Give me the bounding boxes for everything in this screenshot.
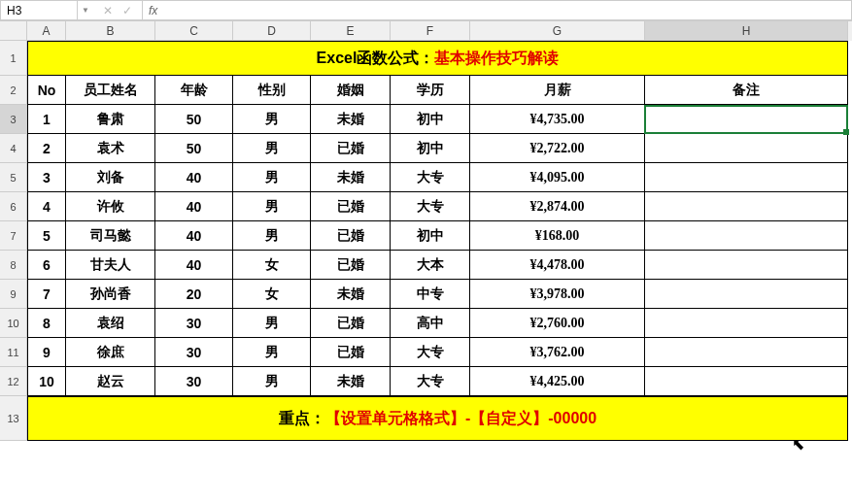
td-no[interactable]: 3	[27, 163, 66, 192]
th-edu[interactable]: 学历	[391, 76, 470, 105]
row-header-8[interactable]: 8	[0, 251, 27, 280]
td-no[interactable]: 10	[27, 367, 66, 396]
td-note[interactable]	[645, 338, 848, 367]
name-box[interactable]: H3	[0, 0, 78, 20]
td-gender[interactable]: 女	[233, 251, 311, 280]
td-note[interactable]	[645, 105, 848, 134]
td-edu[interactable]: 中专	[391, 280, 470, 309]
td-salary[interactable]: ¥2,722.00	[470, 134, 645, 163]
td-gender[interactable]: 男	[233, 309, 311, 338]
row-header-13[interactable]: 13	[0, 396, 27, 441]
td-edu[interactable]: 大专	[391, 367, 470, 396]
td-salary[interactable]: ¥3,762.00	[470, 338, 645, 367]
td-no[interactable]: 6	[27, 251, 66, 280]
select-all-corner[interactable]	[0, 21, 27, 41]
td-name[interactable]: 刘备	[66, 163, 155, 192]
td-edu[interactable]: 初中	[391, 221, 470, 251]
td-gender[interactable]: 男	[233, 367, 311, 396]
td-name[interactable]: 鲁肃	[66, 105, 155, 134]
td-gender[interactable]: 男	[233, 105, 311, 134]
td-note[interactable]	[645, 309, 848, 338]
td-age[interactable]: 30	[155, 367, 233, 396]
td-edu[interactable]: 初中	[391, 134, 470, 163]
td-marriage[interactable]: 已婚	[311, 338, 391, 367]
col-header-H[interactable]: H	[645, 21, 848, 41]
col-header-G[interactable]: G	[470, 21, 645, 41]
td-marriage[interactable]: 已婚	[311, 192, 391, 221]
td-gender[interactable]: 男	[233, 163, 311, 192]
row-header-12[interactable]: 12	[0, 367, 27, 396]
td-marriage[interactable]: 未婚	[311, 163, 391, 192]
td-marriage[interactable]: 未婚	[311, 367, 391, 396]
th-no[interactable]: No	[27, 76, 66, 105]
col-header-C[interactable]: C	[155, 21, 233, 41]
td-gender[interactable]: 男	[233, 338, 311, 367]
th-salary[interactable]: 月薪	[470, 76, 645, 105]
td-edu[interactable]: 大专	[391, 163, 470, 192]
td-name[interactable]: 徐庶	[66, 338, 155, 367]
td-name[interactable]: 甘夫人	[66, 251, 155, 280]
td-salary[interactable]: ¥4,735.00	[470, 105, 645, 134]
col-header-A[interactable]: A	[27, 21, 66, 41]
td-gender[interactable]: 男	[233, 221, 311, 251]
td-gender[interactable]: 女	[233, 280, 311, 309]
td-salary[interactable]: ¥2,760.00	[470, 309, 645, 338]
td-note[interactable]	[645, 251, 848, 280]
col-header-F[interactable]: F	[391, 21, 470, 41]
td-name[interactable]: 袁绍	[66, 309, 155, 338]
td-name[interactable]: 许攸	[66, 192, 155, 221]
fx-label[interactable]: fx	[143, 0, 163, 20]
formula-input[interactable]	[163, 0, 852, 20]
td-no[interactable]: 5	[27, 221, 66, 251]
col-header-E[interactable]: E	[311, 21, 391, 41]
col-header-D[interactable]: D	[233, 21, 311, 41]
row-header-11[interactable]: 11	[0, 338, 27, 367]
td-marriage[interactable]: 已婚	[311, 134, 391, 163]
title-banner[interactable]: Excel函数公式： 基本操作技巧解读	[27, 41, 848, 76]
th-note[interactable]: 备注	[645, 76, 848, 105]
td-marriage[interactable]: 已婚	[311, 309, 391, 338]
td-age[interactable]: 30	[155, 338, 233, 367]
td-age[interactable]: 40	[155, 163, 233, 192]
td-age[interactable]: 30	[155, 309, 233, 338]
td-gender[interactable]: 男	[233, 192, 311, 221]
td-gender[interactable]: 男	[233, 134, 311, 163]
td-no[interactable]: 7	[27, 280, 66, 309]
td-salary[interactable]: ¥168.00	[470, 221, 645, 251]
td-marriage[interactable]: 已婚	[311, 221, 391, 251]
row-header-6[interactable]: 6	[0, 192, 27, 221]
row-header-7[interactable]: 7	[0, 221, 27, 251]
td-salary[interactable]: ¥2,874.00	[470, 192, 645, 221]
td-age[interactable]: 40	[155, 192, 233, 221]
row-header-10[interactable]: 10	[0, 309, 27, 338]
th-gender[interactable]: 性别	[233, 76, 311, 105]
td-note[interactable]	[645, 280, 848, 309]
td-marriage[interactable]: 未婚	[311, 105, 391, 134]
col-header-B[interactable]: B	[66, 21, 155, 41]
td-no[interactable]: 8	[27, 309, 66, 338]
row-header-3[interactable]: 3	[0, 105, 27, 134]
td-marriage[interactable]: 已婚	[311, 251, 391, 280]
th-name[interactable]: 员工姓名	[66, 76, 155, 105]
th-age[interactable]: 年龄	[155, 76, 233, 105]
td-name[interactable]: 袁术	[66, 134, 155, 163]
td-note[interactable]	[645, 163, 848, 192]
td-no[interactable]: 4	[27, 192, 66, 221]
td-note[interactable]	[645, 221, 848, 251]
row-header-1[interactable]: 1	[0, 41, 27, 76]
td-no[interactable]: 1	[27, 105, 66, 134]
row-header-4[interactable]: 4	[0, 134, 27, 163]
td-salary[interactable]: ¥4,095.00	[470, 163, 645, 192]
td-note[interactable]	[645, 192, 848, 221]
name-box-dropdown-icon[interactable]: ▼	[78, 0, 93, 20]
td-edu[interactable]: 高中	[391, 309, 470, 338]
td-edu[interactable]: 大专	[391, 192, 470, 221]
td-age[interactable]: 40	[155, 221, 233, 251]
row-header-2[interactable]: 2	[0, 76, 27, 105]
td-edu[interactable]: 初中	[391, 105, 470, 134]
td-edu[interactable]: 大本	[391, 251, 470, 280]
row-header-9[interactable]: 9	[0, 280, 27, 309]
td-name[interactable]: 孙尚香	[66, 280, 155, 309]
td-marriage[interactable]: 未婚	[311, 280, 391, 309]
td-no[interactable]: 2	[27, 134, 66, 163]
